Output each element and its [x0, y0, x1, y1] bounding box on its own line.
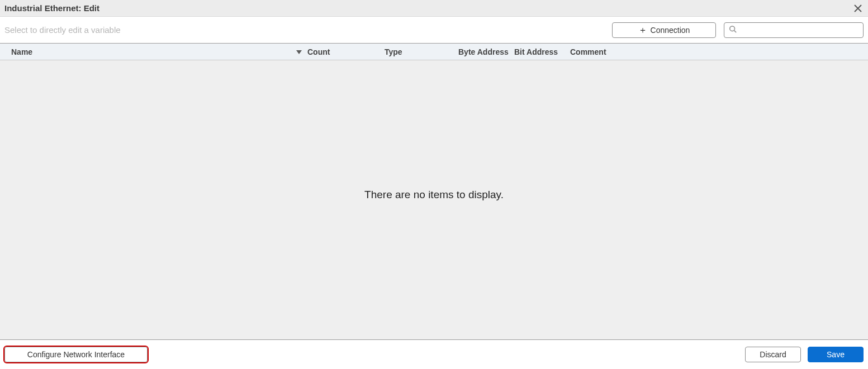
discard-button[interactable]: Discard	[745, 347, 801, 362]
add-connection-button[interactable]: ＋ Connection	[612, 22, 716, 38]
column-header-comment[interactable]: Comment	[570, 47, 868, 56]
column-header-count-label: Count	[307, 47, 330, 56]
column-header-type-label: Type	[385, 47, 402, 56]
configure-network-interface-button[interactable]: Configure Network Interface	[4, 347, 148, 362]
variable-select-prompt[interactable]: Select to directly edit a variable	[4, 25, 612, 35]
column-header-type[interactable]: Type	[385, 47, 458, 56]
table-header: Name Count Type Byte Address Bit Address…	[0, 44, 868, 60]
discard-label: Discard	[760, 350, 786, 359]
column-header-comment-label: Comment	[570, 47, 606, 56]
svg-line-3	[734, 30, 737, 32]
search-input-wrapper[interactable]	[724, 22, 864, 38]
plus-icon: ＋	[638, 26, 647, 35]
close-icon[interactable]	[852, 3, 864, 14]
titlebar: Industrial Ethernet: Edit	[0, 0, 868, 17]
column-header-count[interactable]: Count	[302, 47, 385, 56]
footer: Configure Network Interface Discard Save	[0, 340, 868, 369]
search-icon	[729, 25, 737, 35]
svg-point-2	[730, 26, 735, 31]
sort-descending-icon[interactable]	[296, 47, 302, 56]
column-header-byte-label: Byte Address	[458, 47, 509, 56]
save-label: Save	[827, 350, 845, 359]
column-header-byte-address[interactable]: Byte Address	[458, 47, 514, 56]
window-title: Industrial Ethernet: Edit	[4, 3, 852, 13]
svg-marker-4	[296, 50, 302, 54]
column-header-name[interactable]: Name	[11, 47, 302, 56]
add-connection-label: Connection	[651, 26, 690, 35]
column-header-name-label: Name	[11, 47, 32, 56]
empty-state-message: There are no items to display.	[364, 189, 504, 201]
save-button[interactable]: Save	[808, 347, 864, 362]
table-body: There are no items to display.	[0, 60, 868, 340]
column-header-bit-label: Bit Address	[514, 47, 558, 56]
column-header-bit-address[interactable]: Bit Address	[514, 47, 570, 56]
toolbar: Select to directly edit a variable ＋ Con…	[0, 17, 868, 44]
search-input[interactable]	[740, 26, 858, 35]
configure-network-label: Configure Network Interface	[27, 350, 125, 359]
